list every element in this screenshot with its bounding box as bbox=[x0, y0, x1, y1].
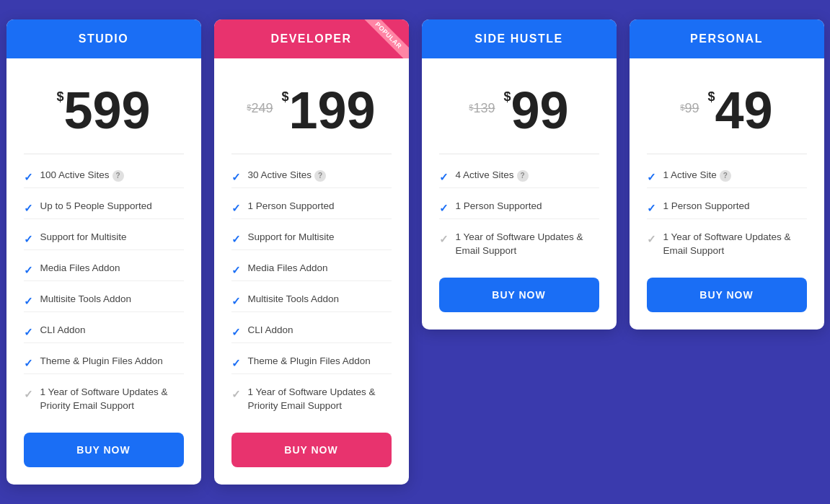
feature-text: Support for Multisite bbox=[248, 231, 392, 244]
feature-text: 1 Active Site? bbox=[663, 169, 807, 182]
price-amount: 199 bbox=[289, 84, 376, 136]
check-icon: ✓ bbox=[24, 355, 33, 371]
feature-item: ✓Media Files Addon bbox=[231, 262, 392, 281]
feature-text: CLI Addon bbox=[40, 324, 184, 337]
feature-item: ✓Multisite Tools Addon bbox=[24, 293, 184, 312]
old-price-amount: 249 bbox=[251, 101, 273, 116]
check-icon: ✓ bbox=[24, 231, 33, 247]
old-price-amount: 139 bbox=[473, 101, 495, 116]
feature-text: Support for Multisite bbox=[40, 231, 184, 244]
feature-text: Multisite Tools Addon bbox=[40, 293, 184, 306]
feature-text: 1 Year of Software Updates & Priority Em… bbox=[248, 386, 392, 413]
feature-text: 1 Year of Software Updates & Email Suppo… bbox=[456, 231, 599, 258]
feature-item: ✓Support for Multisite bbox=[231, 231, 392, 250]
check-icon: ✓ bbox=[439, 169, 449, 185]
buy-button-studio[interactable]: BUY NOW bbox=[24, 433, 184, 467]
feature-text: 1 Person Supported bbox=[248, 200, 392, 213]
body-studio: $599✓100 Active Sites?✓Up to 5 People Su… bbox=[6, 58, 201, 485]
feature-item: ✓1 Person Supported bbox=[439, 200, 599, 219]
body-personal: $99$49✓1 Active Site?✓1 Person Supported… bbox=[630, 58, 824, 330]
feature-item: ✓1 Year of Software Updates & Email Supp… bbox=[647, 231, 807, 258]
check-icon: ✓ bbox=[24, 293, 33, 309]
body-developer: $249$199✓30 Active Sites?✓1 Person Suppo… bbox=[214, 58, 409, 485]
feature-text: CLI Addon bbox=[248, 324, 392, 337]
feature-text: Media Files Addon bbox=[248, 262, 392, 275]
feature-item: ✓CLI Addon bbox=[231, 324, 392, 343]
feature-text: Multisite Tools Addon bbox=[248, 293, 392, 306]
card-developer: DEVELOPER$249$199✓30 Active Sites?✓1 Per… bbox=[214, 19, 409, 485]
check-icon: ✓ bbox=[439, 231, 449, 247]
check-icon: ✓ bbox=[24, 386, 33, 402]
check-icon: ✓ bbox=[231, 169, 241, 185]
features-list-side-hustle: ✓4 Active Sites?✓1 Person Supported✓1 Ye… bbox=[439, 154, 599, 258]
feature-item: ✓Multisite Tools Addon bbox=[231, 293, 392, 312]
price-section-side-hustle: $139$99 bbox=[439, 73, 599, 154]
new-price: $599 bbox=[24, 84, 184, 136]
header-developer: DEVELOPER bbox=[214, 19, 409, 58]
feature-item: ✓1 Year of Software Updates & Priority E… bbox=[231, 386, 392, 413]
header-studio: STUDIO bbox=[6, 19, 201, 58]
body-side-hustle: $139$99✓4 Active Sites?✓1 Person Support… bbox=[422, 58, 617, 330]
price-currency: $ bbox=[708, 90, 715, 103]
feature-text: Theme & Plugin Files Addon bbox=[248, 355, 392, 368]
feature-item: ✓Support for Multisite bbox=[24, 231, 184, 250]
check-icon: ✓ bbox=[24, 324, 33, 340]
buy-button-developer[interactable]: BUY NOW bbox=[231, 433, 392, 467]
old-price: $139 bbox=[469, 101, 495, 116]
old-price-amount: 99 bbox=[684, 101, 699, 116]
feature-text: 1 Year of Software Updates & Email Suppo… bbox=[663, 231, 807, 258]
card-side-hustle: SIDE HUSTLE$139$99✓4 Active Sites?✓1 Per… bbox=[422, 19, 617, 330]
features-list-personal: ✓1 Active Site?✓1 Person Supported✓1 Yea… bbox=[647, 154, 807, 258]
check-icon: ✓ bbox=[231, 355, 241, 371]
pricing-grid: STUDIO$599✓100 Active Sites?✓Up to 5 Peo… bbox=[6, 19, 824, 485]
new-price: $199 bbox=[282, 84, 376, 136]
price-section-developer: $249$199 bbox=[231, 73, 392, 154]
info-icon[interactable]: ? bbox=[517, 170, 529, 182]
price-currency: $ bbox=[504, 90, 511, 103]
info-icon[interactable]: ? bbox=[314, 170, 326, 182]
features-list-studio: ✓100 Active Sites?✓Up to 5 People Suppor… bbox=[24, 154, 184, 413]
price-currency: $ bbox=[282, 90, 289, 103]
header-side-hustle: SIDE HUSTLE bbox=[422, 19, 617, 58]
feature-text: 1 Year of Software Updates & Priority Em… bbox=[40, 386, 184, 413]
check-icon: ✓ bbox=[647, 169, 656, 185]
buy-button-personal[interactable]: BUY NOW bbox=[647, 278, 807, 312]
price-amount: 599 bbox=[63, 84, 150, 136]
check-icon: ✓ bbox=[647, 231, 656, 247]
buy-button-side-hustle[interactable]: BUY NOW bbox=[439, 278, 599, 312]
feature-item: ✓30 Active Sites? bbox=[231, 169, 392, 188]
price-section-studio: $599 bbox=[24, 73, 184, 154]
price-row: $249$199 bbox=[231, 84, 392, 136]
feature-text: Media Files Addon bbox=[40, 262, 184, 275]
card-personal: PERSONAL$99$49✓1 Active Site?✓1 Person S… bbox=[630, 19, 824, 330]
feature-text: Theme & Plugin Files Addon bbox=[40, 355, 184, 368]
price-section-personal: $99$49 bbox=[647, 73, 807, 154]
feature-item: ✓1 Year of Software Updates & Priority E… bbox=[24, 386, 184, 413]
info-icon[interactable]: ? bbox=[720, 170, 731, 182]
check-icon: ✓ bbox=[231, 324, 241, 340]
check-icon: ✓ bbox=[231, 293, 241, 309]
feature-item: ✓Media Files Addon bbox=[24, 262, 184, 281]
feature-text: 30 Active Sites? bbox=[248, 169, 392, 182]
header-personal: PERSONAL bbox=[630, 19, 824, 58]
feature-item: ✓100 Active Sites? bbox=[24, 169, 184, 188]
feature-text: 1 Person Supported bbox=[456, 200, 599, 213]
check-icon: ✓ bbox=[231, 231, 241, 247]
check-icon: ✓ bbox=[647, 200, 656, 216]
new-price: $99 bbox=[504, 84, 569, 136]
popular-ribbon bbox=[351, 19, 409, 58]
price-currency: $ bbox=[56, 90, 63, 103]
check-icon: ✓ bbox=[24, 169, 33, 185]
price-amount: 49 bbox=[715, 84, 773, 136]
feature-item: ✓Theme & Plugin Files Addon bbox=[24, 355, 184, 374]
feature-text: 4 Active Sites? bbox=[456, 169, 599, 182]
check-icon: ✓ bbox=[24, 200, 33, 216]
feature-item: ✓1 Person Supported bbox=[647, 200, 807, 219]
feature-item: ✓Up to 5 People Supported bbox=[24, 200, 184, 219]
price-amount: 99 bbox=[511, 84, 569, 136]
old-price: $249 bbox=[247, 101, 273, 116]
feature-item: ✓CLI Addon bbox=[24, 324, 184, 343]
price-row: $139$99 bbox=[439, 84, 599, 136]
info-icon[interactable]: ? bbox=[112, 170, 124, 182]
feature-text: Up to 5 People Supported bbox=[40, 200, 184, 213]
